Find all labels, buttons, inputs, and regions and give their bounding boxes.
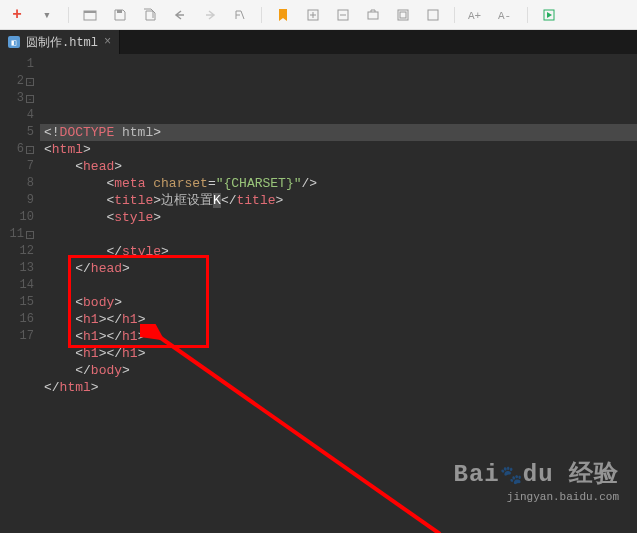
separator: [454, 7, 455, 23]
line-number: 9: [0, 192, 34, 209]
line-number: 3-: [0, 90, 34, 107]
file-tab[interactable]: ◧ 圆制作.html ×: [0, 30, 120, 54]
line-number: 6-: [0, 141, 34, 158]
tab-filename: 圆制作.html: [26, 34, 98, 51]
tool1-icon[interactable]: [304, 6, 322, 24]
tab-bar: ◧ 圆制作.html ×: [0, 30, 637, 54]
separator: [68, 7, 69, 23]
svg-rect-5: [368, 12, 378, 19]
line-number: 14: [0, 277, 34, 294]
line-number: 15: [0, 294, 34, 311]
svg-rect-8: [428, 10, 438, 20]
font-decrease-icon[interactable]: A-: [497, 6, 515, 24]
html-file-icon: ◧: [8, 36, 20, 48]
tool2-icon[interactable]: [334, 6, 352, 24]
tool5-icon[interactable]: [424, 6, 442, 24]
new-file-button[interactable]: +: [8, 6, 26, 24]
svg-rect-7: [400, 12, 406, 18]
line-number: 8: [0, 175, 34, 192]
annotation-box: [68, 255, 209, 348]
bookmark-icon[interactable]: [274, 6, 292, 24]
line-number: 16: [0, 311, 34, 328]
watermark-url: jingyan.baidu.com: [454, 491, 619, 503]
tool3-icon[interactable]: [364, 6, 382, 24]
dropdown-icon[interactable]: ▾: [38, 6, 56, 24]
svg-text:A+: A+: [468, 10, 481, 22]
svg-text:A-: A-: [498, 10, 511, 22]
svg-rect-1: [84, 11, 96, 13]
run-icon[interactable]: [540, 6, 558, 24]
line-number: 7: [0, 158, 34, 175]
line-number: 10: [0, 209, 34, 226]
line-number: 1: [0, 56, 34, 73]
close-icon[interactable]: ×: [104, 35, 111, 49]
line-number: 12: [0, 243, 34, 260]
font-increase-icon[interactable]: A+: [467, 6, 485, 24]
redo-icon[interactable]: [201, 6, 219, 24]
app-window: + ▾ A+ A- ◧ 圆制作.html × 1: [0, 0, 637, 533]
save-icon[interactable]: [111, 6, 129, 24]
save-all-icon[interactable]: [141, 6, 159, 24]
watermark: Bai🐾du 经验 jingyan.baidu.com: [454, 457, 619, 503]
line-number: 13: [0, 260, 34, 277]
svg-rect-2: [117, 10, 122, 13]
line-number: 11-: [0, 226, 34, 243]
format-icon[interactable]: [231, 6, 249, 24]
separator: [261, 7, 262, 23]
line-number: 17: [0, 328, 34, 345]
watermark-logo: Bai🐾du 经验: [454, 457, 619, 489]
line-number: 5: [0, 124, 34, 141]
undo-icon[interactable]: [171, 6, 189, 24]
line-gutter: 1 2- 3- 4 5 6- 7 8 9 10 11- 12 13 14 15 …: [0, 54, 40, 533]
separator: [527, 7, 528, 23]
open-icon[interactable]: [81, 6, 99, 24]
toolbar: + ▾ A+ A-: [0, 0, 637, 30]
line-number: 4: [0, 107, 34, 124]
tool4-icon[interactable]: [394, 6, 412, 24]
line-number: 2-: [0, 73, 34, 90]
